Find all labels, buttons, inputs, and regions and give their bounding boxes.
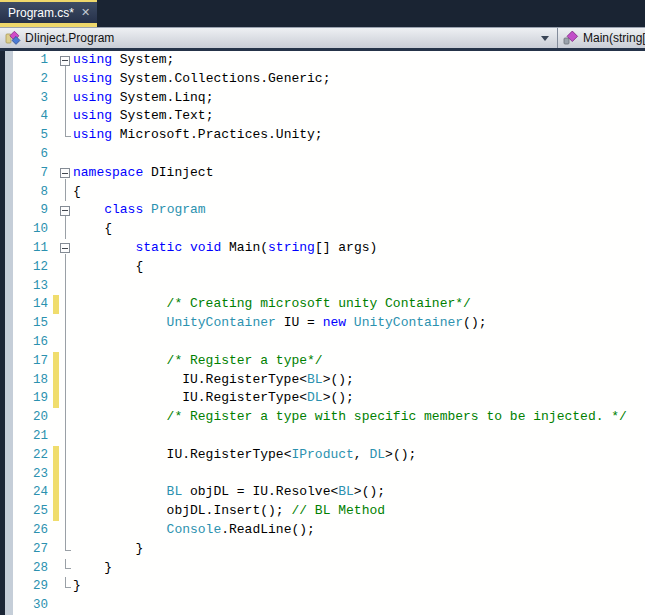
code-line[interactable]: 30 xyxy=(0,596,645,615)
line-number[interactable]: 13 xyxy=(13,277,53,296)
code-text[interactable]: /* Creating microsoft unity Container*/ xyxy=(73,295,471,314)
code-line[interactable]: 28} xyxy=(0,559,645,578)
line-number[interactable]: 16 xyxy=(13,333,53,352)
fold-box-marker[interactable] xyxy=(59,51,73,70)
line-number[interactable]: 22 xyxy=(13,446,53,465)
line-number[interactable]: 20 xyxy=(13,408,53,427)
member-dropdown-label: Main(string[] xyxy=(583,31,645,45)
code-line[interactable]: 5using Microsoft.Practices.Unity; xyxy=(0,126,645,145)
code-line[interactable]: 4using System.Text; xyxy=(0,107,645,126)
line-number[interactable]: 29 xyxy=(13,577,53,596)
code-line[interactable]: 2using System.Collections.Generic; xyxy=(0,70,645,89)
code-line[interactable]: 3using System.Linq; xyxy=(0,89,645,108)
code-text[interactable]: IU.RegisterType<DL>(); xyxy=(73,389,354,408)
fold-box-marker[interactable] xyxy=(59,164,73,183)
line-number[interactable]: 12 xyxy=(13,258,53,277)
code-text[interactable]: using System.Collections.Generic; xyxy=(73,70,330,89)
code-text[interactable]: /* Register a type*/ xyxy=(73,352,323,371)
code-text[interactable]: Console.ReadLine(); xyxy=(73,521,315,540)
line-number[interactable]: 14 xyxy=(13,295,53,314)
code-line[interactable]: 18IU.RegisterType<BL>(); xyxy=(0,371,645,390)
line-number[interactable]: 8 xyxy=(13,183,53,202)
line-number[interactable]: 10 xyxy=(13,220,53,239)
member-dropdown[interactable]: Main(string[] xyxy=(558,28,645,48)
fold-line-marker xyxy=(59,521,73,540)
token-pln: [] args) xyxy=(315,240,377,255)
code-text[interactable]: class Program xyxy=(73,201,206,220)
line-number[interactable]: 4 xyxy=(13,107,53,126)
line-number[interactable]: 5 xyxy=(13,126,53,145)
code-line[interactable]: 8{ xyxy=(0,183,645,202)
line-number[interactable]: 2 xyxy=(13,70,53,89)
token-kw: using xyxy=(73,71,112,86)
code-text[interactable]: using System; xyxy=(73,51,174,70)
code-line[interactable]: 22IU.RegisterType<IProduct, DL>(); xyxy=(0,446,645,465)
code-line[interactable]: 20/* Register a type with specific membe… xyxy=(0,408,645,427)
code-line[interactable]: 15UnityContainer IU = new UnityContainer… xyxy=(0,314,645,333)
code-text[interactable]: } xyxy=(73,577,81,596)
line-number[interactable]: 30 xyxy=(13,596,53,615)
fold-box-marker[interactable] xyxy=(59,201,73,220)
code-text[interactable]: UnityContainer IU = new UnityContainer()… xyxy=(73,314,486,333)
code-line[interactable]: 16 xyxy=(0,333,645,352)
code-line[interactable]: 6 xyxy=(0,145,645,164)
code-text[interactable]: objDL.Insert(); // BL Method xyxy=(73,502,385,521)
line-number[interactable]: 18 xyxy=(13,371,53,390)
line-number[interactable]: 26 xyxy=(13,521,53,540)
code-line[interactable]: 19IU.RegisterType<DL>(); xyxy=(0,389,645,408)
code-line[interactable]: 26Console.ReadLine(); xyxy=(0,521,645,540)
line-number[interactable]: 15 xyxy=(13,314,53,333)
close-icon[interactable]: ✕ xyxy=(81,7,90,18)
code-line[interactable]: 13 xyxy=(0,277,645,296)
fold-line-marker xyxy=(59,446,73,465)
token-type: DL xyxy=(307,390,323,405)
code-text[interactable]: /* Register a type with specific members… xyxy=(73,408,627,427)
line-number[interactable]: 25 xyxy=(13,502,53,521)
code-line[interactable]: 7namespace DIinject xyxy=(0,164,645,183)
code-text[interactable]: using Microsoft.Practices.Unity; xyxy=(73,126,323,145)
code-text[interactable]: } xyxy=(73,540,143,559)
code-line[interactable]: 24BL objDL = IU.Resolve<BL>(); xyxy=(0,483,645,502)
code-text[interactable]: using System.Text; xyxy=(73,107,213,126)
code-line[interactable]: 25objDL.Insert(); // BL Method xyxy=(0,502,645,521)
line-number[interactable]: 7 xyxy=(13,164,53,183)
line-number[interactable]: 6 xyxy=(13,145,53,164)
line-number[interactable]: 1 xyxy=(13,51,53,70)
code-line[interactable]: 17/* Register a type*/ xyxy=(0,352,645,371)
line-number[interactable]: 17 xyxy=(13,352,53,371)
line-number[interactable]: 28 xyxy=(13,559,53,578)
code-line[interactable]: 14/* Creating microsoft unity Container*… xyxy=(0,295,645,314)
code-text[interactable]: { xyxy=(73,220,112,239)
code-text[interactable]: } xyxy=(73,559,112,578)
code-line[interactable]: 11static void Main(string[] args) xyxy=(0,239,645,258)
code-line[interactable]: 9class Program xyxy=(0,201,645,220)
fold-box-marker[interactable] xyxy=(59,239,73,258)
code-line[interactable]: 21 xyxy=(0,427,645,446)
code-text[interactable]: { xyxy=(73,183,81,202)
code-line[interactable]: 27} xyxy=(0,540,645,559)
line-number[interactable]: 3 xyxy=(13,89,53,108)
chevron-down-icon[interactable] xyxy=(541,36,549,41)
code-line[interactable]: 29} xyxy=(0,577,645,596)
token-kw: using xyxy=(73,108,112,123)
line-number[interactable]: 23 xyxy=(13,465,53,484)
line-number[interactable]: 19 xyxy=(13,389,53,408)
code-text[interactable]: IU.RegisterType<IProduct, DL>(); xyxy=(73,446,416,465)
code-text[interactable]: using System.Linq; xyxy=(73,89,213,108)
code-text[interactable]: BL objDL = IU.Resolve<BL>(); xyxy=(73,483,385,502)
line-number[interactable]: 24 xyxy=(13,483,53,502)
code-text[interactable]: { xyxy=(73,258,143,277)
line-number[interactable]: 11 xyxy=(13,239,53,258)
code-line[interactable]: 12{ xyxy=(0,258,645,277)
line-number[interactable]: 9 xyxy=(13,201,53,220)
line-number[interactable]: 21 xyxy=(13,427,53,446)
code-line[interactable]: 1using System; xyxy=(0,51,645,70)
code-text[interactable]: static void Main(string[] args) xyxy=(73,239,377,258)
type-dropdown[interactable]: DIinject.Program xyxy=(0,28,558,48)
code-text[interactable]: IU.RegisterType<BL>(); xyxy=(73,371,354,390)
code-line[interactable]: 10{ xyxy=(0,220,645,239)
line-number[interactable]: 27 xyxy=(13,540,53,559)
tab-program-cs[interactable]: Program.cs* ✕ xyxy=(0,0,97,23)
code-line[interactable]: 23 xyxy=(0,465,645,484)
code-text[interactable]: namespace DIinject xyxy=(73,164,213,183)
